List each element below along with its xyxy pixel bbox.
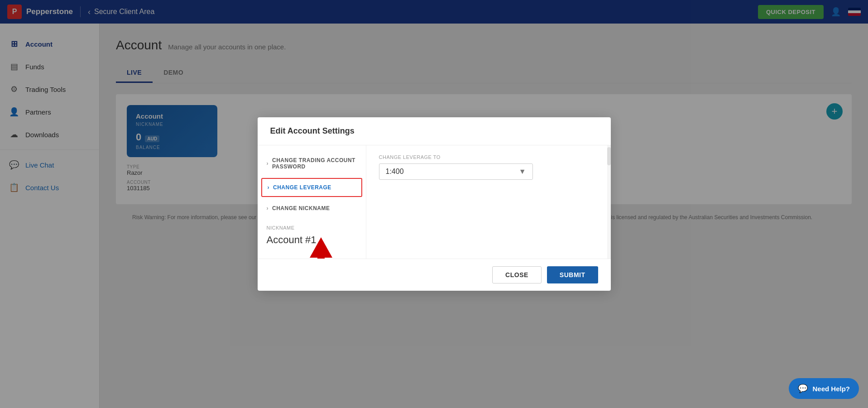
nickname-display: NICKNAME Account #1 xyxy=(258,218,366,253)
submit-button[interactable]: SUBMIT xyxy=(547,266,598,283)
close-button[interactable]: CLOSE xyxy=(492,266,542,283)
nickname-value: Account #1 xyxy=(267,234,357,246)
chevron-icon: › xyxy=(268,184,270,191)
scroll-track xyxy=(607,145,611,259)
menu-item-change-password[interactable]: › CHANGE TRADING ACCOUNT PASSWORD xyxy=(258,151,366,176)
nickname-field-label: NICKNAME xyxy=(267,225,357,230)
menu-item-change-nickname[interactable]: › CHANGE NICKNAME xyxy=(258,199,366,218)
leverage-field-label: CHANGE LEVERAGE TO xyxy=(379,154,598,160)
modal-overlay[interactable]: Edit Account Settings › CHANGE TRADING A… xyxy=(0,0,868,408)
chat-bubble-icon: 💬 xyxy=(798,384,808,394)
leverage-select[interactable]: 1:400 ▼ xyxy=(379,163,533,180)
modal-right-panel: CHANGE LEVERAGE TO 1:400 ▼ xyxy=(366,145,611,259)
leverage-value: 1:400 xyxy=(386,168,404,176)
menu-item-change-leverage[interactable]: › CHANGE LEVERAGE xyxy=(261,178,362,197)
need-help-label: Need Help? xyxy=(812,385,850,393)
modal-left-menu: › CHANGE TRADING ACCOUNT PASSWORD › CHAN… xyxy=(258,145,366,259)
modal-footer: CLOSE SUBMIT xyxy=(258,259,611,291)
svg-rect-0 xyxy=(317,255,325,259)
modal-title: Edit Account Settings xyxy=(258,117,611,145)
leverage-field: CHANGE LEVERAGE TO 1:400 ▼ xyxy=(379,154,598,180)
dropdown-arrow-icon: ▼ xyxy=(519,168,526,176)
modal-body: › CHANGE TRADING ACCOUNT PASSWORD › CHAN… xyxy=(258,145,611,259)
scroll-thumb xyxy=(607,147,611,165)
need-help-button[interactable]: 💬 Need Help? xyxy=(789,378,859,399)
chevron-icon: › xyxy=(267,160,269,167)
edit-account-modal: Edit Account Settings › CHANGE TRADING A… xyxy=(258,117,611,291)
chevron-icon: › xyxy=(267,205,269,211)
